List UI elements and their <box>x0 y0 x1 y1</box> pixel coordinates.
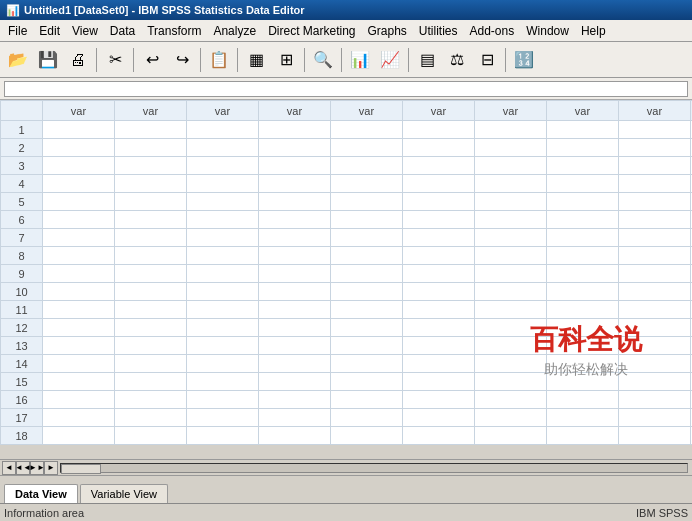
cell-1-2[interactable] <box>187 121 259 139</box>
cell-6-5[interactable] <box>403 211 475 229</box>
cell-11-6[interactable] <box>475 301 547 319</box>
cell-14-3[interactable] <box>259 355 331 373</box>
toolbar-btn-cut[interactable]: ✂ <box>101 46 129 74</box>
cell-12-3[interactable] <box>259 319 331 337</box>
cell-10-5[interactable] <box>403 283 475 301</box>
cell-10-2[interactable] <box>187 283 259 301</box>
cell-18-8[interactable] <box>619 427 691 445</box>
cell-9-6[interactable] <box>475 265 547 283</box>
scroll-right2[interactable]: ►► <box>30 461 44 475</box>
cell-17-1[interactable] <box>115 409 187 427</box>
cell-15-8[interactable] <box>619 373 691 391</box>
cell-8-3[interactable] <box>259 247 331 265</box>
cell-7-4[interactable] <box>331 229 403 247</box>
scroll-left2[interactable]: ◄◄ <box>16 461 30 475</box>
cell-17-0[interactable] <box>43 409 115 427</box>
toolbar-btn-undo[interactable]: ↩ <box>138 46 166 74</box>
cell-11-4[interactable] <box>331 301 403 319</box>
cell-1-1[interactable] <box>115 121 187 139</box>
toolbar-btn-chart2[interactable]: 📈 <box>376 46 404 74</box>
col-header-1[interactable]: var <box>115 101 187 121</box>
cell-12-6[interactable] <box>475 319 547 337</box>
cell-14-2[interactable] <box>187 355 259 373</box>
cell-10-0[interactable] <box>43 283 115 301</box>
cell-5-6[interactable] <box>475 193 547 211</box>
cell-5-0[interactable] <box>43 193 115 211</box>
cell-4-0[interactable] <box>43 175 115 193</box>
cell-15-3[interactable] <box>259 373 331 391</box>
menu-analyze[interactable]: Analyze <box>207 22 262 40</box>
cell-2-1[interactable] <box>115 139 187 157</box>
cell-7-7[interactable] <box>547 229 619 247</box>
cell-6-4[interactable] <box>331 211 403 229</box>
cell-6-2[interactable] <box>187 211 259 229</box>
cell-10-7[interactable] <box>547 283 619 301</box>
cell-4-4[interactable] <box>331 175 403 193</box>
cell-15-0[interactable] <box>43 373 115 391</box>
menu-help[interactable]: Help <box>575 22 612 40</box>
cell-13-7[interactable] <box>547 337 619 355</box>
cell-16-0[interactable] <box>43 391 115 409</box>
cell-18-5[interactable] <box>403 427 475 445</box>
cell-7-0[interactable] <box>43 229 115 247</box>
cell-10-3[interactable] <box>259 283 331 301</box>
cell-5-5[interactable] <box>403 193 475 211</box>
cell-3-4[interactable] <box>331 157 403 175</box>
cell-9-0[interactable] <box>43 265 115 283</box>
scroll-track[interactable] <box>60 463 688 473</box>
cell-17-3[interactable] <box>259 409 331 427</box>
cell-7-2[interactable] <box>187 229 259 247</box>
menu-direct-marketing[interactable]: Direct Marketing <box>262 22 361 40</box>
menu-file[interactable]: File <box>2 22 33 40</box>
cell-5-8[interactable] <box>619 193 691 211</box>
cell-5-4[interactable] <box>331 193 403 211</box>
toolbar-btn-scales[interactable]: ⚖ <box>443 46 471 74</box>
cell-16-2[interactable] <box>187 391 259 409</box>
col-header-3[interactable]: var <box>259 101 331 121</box>
cell-15-2[interactable] <box>187 373 259 391</box>
cell-3-2[interactable] <box>187 157 259 175</box>
cell-16-1[interactable] <box>115 391 187 409</box>
cell-7-3[interactable] <box>259 229 331 247</box>
cell-3-6[interactable] <box>475 157 547 175</box>
tab-variable-view[interactable]: Variable View <box>80 484 168 503</box>
cell-5-1[interactable] <box>115 193 187 211</box>
cell-4-3[interactable] <box>259 175 331 193</box>
cell-11-5[interactable] <box>403 301 475 319</box>
cell-6-7[interactable] <box>547 211 619 229</box>
cell-1-4[interactable] <box>331 121 403 139</box>
formula-input[interactable] <box>4 81 688 97</box>
cell-16-7[interactable] <box>547 391 619 409</box>
cell-11-3[interactable] <box>259 301 331 319</box>
cell-13-8[interactable] <box>619 337 691 355</box>
cell-13-2[interactable] <box>187 337 259 355</box>
cell-3-3[interactable] <box>259 157 331 175</box>
cell-2-7[interactable] <box>547 139 619 157</box>
cell-2-5[interactable] <box>403 139 475 157</box>
cell-11-0[interactable] <box>43 301 115 319</box>
cell-18-2[interactable] <box>187 427 259 445</box>
cell-8-7[interactable] <box>547 247 619 265</box>
cell-1-0[interactable] <box>43 121 115 139</box>
cell-10-4[interactable] <box>331 283 403 301</box>
cell-14-7[interactable] <box>547 355 619 373</box>
cell-12-4[interactable] <box>331 319 403 337</box>
col-header-8[interactable]: var <box>619 101 691 121</box>
menu-add-ons[interactable]: Add-ons <box>464 22 521 40</box>
menu-view[interactable]: View <box>66 22 104 40</box>
cell-13-5[interactable] <box>403 337 475 355</box>
cell-1-3[interactable] <box>259 121 331 139</box>
cell-18-3[interactable] <box>259 427 331 445</box>
cell-10-6[interactable] <box>475 283 547 301</box>
menu-graphs[interactable]: Graphs <box>361 22 412 40</box>
toolbar-btn-grid2[interactable]: ⊞ <box>272 46 300 74</box>
cell-8-0[interactable] <box>43 247 115 265</box>
cell-2-0[interactable] <box>43 139 115 157</box>
cell-3-1[interactable] <box>115 157 187 175</box>
cell-12-2[interactable] <box>187 319 259 337</box>
cell-7-5[interactable] <box>403 229 475 247</box>
toolbar-btn-save[interactable]: 💾 <box>34 46 62 74</box>
toolbar-btn-grid1[interactable]: ▦ <box>242 46 270 74</box>
cell-13-6[interactable] <box>475 337 547 355</box>
scroll-left[interactable]: ◄ <box>2 461 16 475</box>
